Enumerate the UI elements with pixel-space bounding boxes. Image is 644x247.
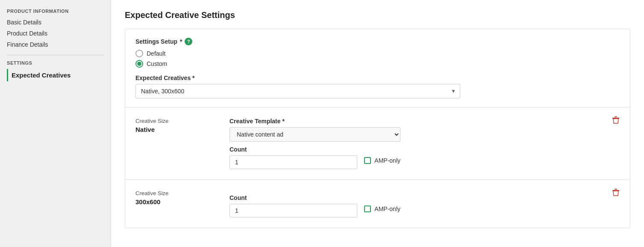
- expected-creatives-label-text: Expected Creatives: [135, 74, 191, 81]
- sidebar-item-basic-details[interactable]: Basic Details: [7, 17, 104, 27]
- svg-rect-2: [612, 118, 619, 119]
- radio-default[interactable]: Default: [135, 50, 620, 57]
- template-label-text-1: Creative Template: [229, 118, 281, 125]
- count-input-wrap-1: [229, 155, 357, 169]
- creative-size-label-1: Creative Size: [135, 118, 212, 124]
- radio-custom-label: Custom: [147, 60, 167, 67]
- creative-count-col-2: Count AMP-only: [229, 190, 400, 217]
- sidebar-item-expected-creatives[interactable]: Expected Creatives: [7, 69, 104, 81]
- template-required-1: *: [282, 118, 284, 125]
- settings-setup-text: Settings Setup: [135, 38, 177, 45]
- expected-creatives-label: Expected Creatives *: [135, 74, 620, 81]
- count-input-1[interactable]: [229, 155, 357, 169]
- sidebar-divider: [7, 55, 104, 55]
- count-input-2[interactable]: [229, 204, 357, 217]
- amp-checkbox-1[interactable]: [364, 157, 371, 164]
- expected-creatives-select[interactable]: Native, 300x600: [135, 84, 460, 98]
- amp-wrapper-2: AMP-only: [364, 204, 400, 212]
- page-title: Expected Creative Settings: [125, 10, 630, 20]
- sidebar-item-finance-details[interactable]: Finance Details: [7, 39, 104, 50]
- creative-row-2: Creative Size 300x600 Count AMP-only: [135, 188, 620, 219]
- amp-wrapper-1: AMP-only: [364, 155, 400, 164]
- delete-icon-2: [612, 188, 620, 196]
- settings-section-title: SETTINGS: [7, 60, 104, 65]
- expected-creatives-select-wrapper: Native, 300x600 ▼: [135, 84, 460, 98]
- settings-setup-required: *: [180, 38, 182, 45]
- delete-icon-1: [612, 116, 620, 124]
- settings-setup-help-icon[interactable]: ?: [185, 38, 192, 45]
- radio-custom[interactable]: Custom: [135, 60, 620, 68]
- creative-size-value-2: 300x600: [135, 198, 212, 205]
- count-label-1: Count: [229, 146, 400, 153]
- radio-default-label: Default: [147, 50, 165, 57]
- product-info-section-title: PRODUCT INFORMATION: [7, 9, 104, 14]
- count-input-wrap-2: [229, 204, 357, 217]
- sidebar-item-product-details[interactable]: Product Details: [7, 28, 104, 39]
- count-label-2: Count: [229, 194, 400, 201]
- radio-custom-inner: [137, 62, 141, 66]
- creative-size-value-1: Native: [135, 126, 212, 133]
- delete-row-2-button[interactable]: [612, 188, 620, 198]
- creative-row-1: Creative Size Native Creative Template *…: [135, 116, 620, 171]
- creative-size-col-2: Creative Size 300x600: [135, 190, 212, 205]
- expected-creative-settings-card: Settings Setup * ? Default Custom Expect…: [125, 29, 630, 228]
- settings-setup-label: Settings Setup * ?: [135, 38, 620, 45]
- amp-label-2: AMP-only: [374, 205, 400, 212]
- radio-custom-circle: [135, 60, 143, 68]
- radio-default-circle: [135, 50, 143, 57]
- section-divider-1: [125, 107, 630, 107]
- creative-size-label-2: Creative Size: [135, 190, 212, 196]
- svg-rect-4: [615, 189, 617, 190]
- sidebar: PRODUCT INFORMATION Basic Details Produc…: [0, 0, 111, 247]
- template-label-1: Creative Template *: [229, 118, 400, 125]
- delete-row-1-button[interactable]: [612, 116, 620, 126]
- template-select-1[interactable]: Native content ad: [229, 127, 400, 142]
- count-row-2: AMP-only: [229, 204, 400, 217]
- creative-template-col-1: Creative Template * Native content ad Co…: [229, 118, 400, 169]
- count-row-1: AMP-only: [229, 155, 400, 169]
- section-divider-2: [125, 179, 630, 180]
- amp-checkbox-2[interactable]: [364, 205, 371, 212]
- svg-rect-1: [615, 116, 617, 117]
- main-content: Expected Creative Settings Settings Setu…: [111, 0, 644, 247]
- creative-size-col-1: Creative Size Native: [135, 118, 212, 133]
- settings-setup-radio-group: Default Custom: [135, 50, 620, 68]
- amp-label-1: AMP-only: [374, 157, 400, 164]
- expected-creatives-required: *: [192, 74, 194, 81]
